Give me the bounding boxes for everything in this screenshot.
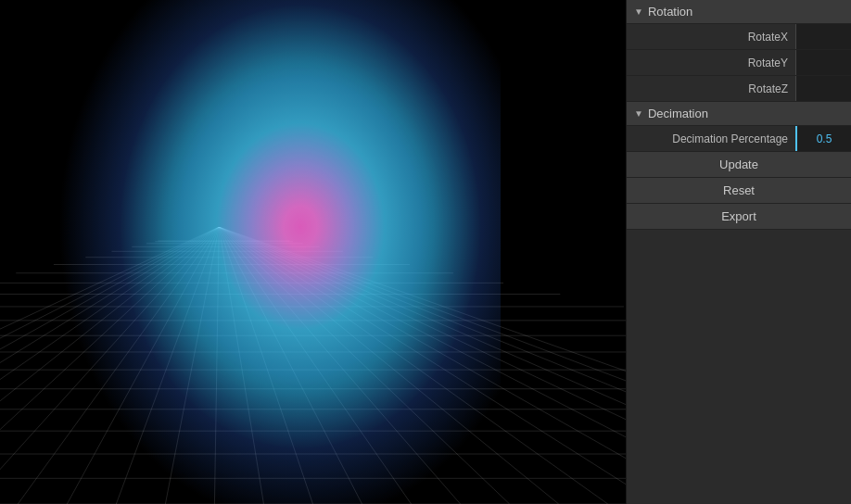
rotate-x-label: RotateX bbox=[627, 31, 795, 44]
3d-viewport[interactable] bbox=[0, 0, 626, 504]
right-panel: ▼ Rotation RotateX RotateY RotateZ ▼ Dec… bbox=[626, 0, 851, 504]
rotate-x-value[interactable] bbox=[795, 24, 851, 49]
decimation-percentage-row: Decimation Percentage 0.5 bbox=[627, 126, 851, 152]
3d-model bbox=[56, 0, 501, 504]
rotation-section-label: Rotation bbox=[648, 5, 692, 19]
rotate-z-label: RotateZ bbox=[627, 82, 795, 95]
decimation-percentage-value[interactable]: 0.5 bbox=[795, 126, 851, 151]
rotation-section-header[interactable]: ▼ Rotation bbox=[627, 0, 851, 24]
rotation-section-content: RotateX RotateY RotateZ bbox=[627, 24, 851, 102]
decimation-section-label: Decimation bbox=[648, 107, 708, 120]
rotate-x-row: RotateX bbox=[627, 24, 851, 50]
rotate-z-value[interactable] bbox=[795, 76, 851, 101]
rotation-collapse-arrow: ▼ bbox=[634, 6, 643, 17]
export-button[interactable]: Export bbox=[627, 204, 851, 230]
rotate-y-label: RotateY bbox=[627, 57, 795, 69]
rotate-y-row: RotateY bbox=[627, 50, 851, 76]
decimation-section-header[interactable]: ▼ Decimation bbox=[627, 102, 851, 126]
decimation-section-content: Decimation Percentage 0.5 Update Reset E… bbox=[627, 126, 851, 230]
rotate-z-row: RotateZ bbox=[627, 76, 851, 102]
rotate-y-value[interactable] bbox=[795, 50, 851, 75]
decimation-collapse-arrow: ▼ bbox=[634, 108, 643, 119]
decimation-percentage-label: Decimation Percentage bbox=[627, 132, 795, 145]
reset-button[interactable]: Reset bbox=[627, 178, 851, 204]
update-button[interactable]: Update bbox=[627, 152, 851, 178]
